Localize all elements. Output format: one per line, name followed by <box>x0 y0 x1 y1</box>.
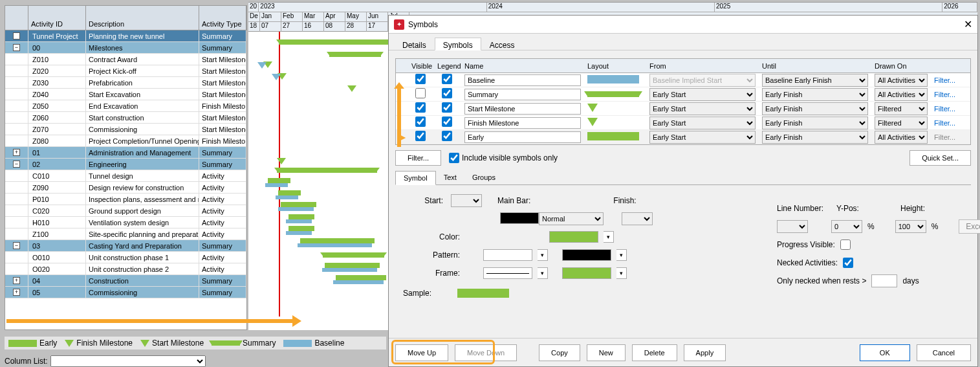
progress-visible-checkbox[interactable] <box>840 239 851 250</box>
pattern-picker-2-icon[interactable]: ▾ <box>616 249 627 261</box>
start-select[interactable] <box>451 194 482 207</box>
frame-picker-2-icon[interactable]: ▾ <box>616 267 627 279</box>
col-activity-type[interactable]: Activity Type <box>199 6 246 30</box>
expand-icon[interactable]: + <box>13 149 20 156</box>
symbol-row[interactable]: Early StartEarly FinishFilteredFilter... <box>396 102 970 116</box>
only-necked-input[interactable] <box>871 274 897 287</box>
necked-checkbox[interactable] <box>843 258 853 268</box>
table-row[interactable]: −00MilestonesSummary <box>5 42 246 54</box>
symbol-name-input[interactable] <box>464 131 581 143</box>
tab-access[interactable]: Access <box>481 38 523 50</box>
collapse-icon[interactable]: − <box>13 32 20 39</box>
table-row[interactable]: Z090Design review for constructionActivi… <box>5 182 246 194</box>
filter-link[interactable]: Filter... <box>934 76 955 84</box>
filter-link[interactable]: Filter... <box>934 119 955 127</box>
visible-checkbox[interactable] <box>415 88 426 98</box>
include-visible-checkbox[interactable] <box>449 153 459 163</box>
visible-checkbox[interactable] <box>415 74 426 84</box>
tab-symbols[interactable]: Symbols <box>435 38 481 50</box>
subtab-groups[interactable]: Groups <box>464 171 503 184</box>
collapse-icon[interactable]: − <box>13 44 20 51</box>
table-row[interactable]: Z060Start constructionStart Milestone <box>5 112 246 124</box>
table-row[interactable]: H010Ventilation system designActivity <box>5 217 246 228</box>
filter-button[interactable]: Filter... <box>395 150 441 166</box>
drawn-on-select[interactable]: Filtered <box>875 102 928 115</box>
table-row[interactable]: −03Casting Yard and PreparationSummary <box>5 240 246 252</box>
pattern-swatch-1[interactable] <box>483 249 532 261</box>
table-row[interactable]: −Tunnel ProjectPlanning the new tunnelSu… <box>5 30 246 42</box>
finish-select[interactable] <box>622 212 653 225</box>
visible-checkbox[interactable] <box>415 102 426 113</box>
collapse-icon[interactable]: − <box>13 161 20 168</box>
table-row[interactable]: Z050End ExcavationFinish Milestone <box>5 100 246 112</box>
delete-button[interactable]: Delete <box>632 344 677 361</box>
frame-swatch-1[interactable] <box>483 267 532 279</box>
col-description[interactable]: Description <box>86 6 199 30</box>
mainbar-select[interactable]: Normal <box>539 212 604 225</box>
from-select[interactable]: Early Start <box>649 102 756 115</box>
color-picker-icon[interactable]: ▾ <box>604 231 614 243</box>
linenum-select[interactable] <box>777 220 808 233</box>
table-row[interactable]: Z080Project Completion/Tunnel OpeningFin… <box>5 135 246 147</box>
table-row[interactable]: O010Unit construction phase 1Activity <box>5 252 246 263</box>
table-row[interactable]: +04ConstructionSummary <box>5 275 246 287</box>
legend-checkbox[interactable] <box>442 88 452 98</box>
column-list-select[interactable] <box>50 355 206 367</box>
drawn-on-select[interactable]: All Activities <box>875 88 928 101</box>
symbol-row[interactable]: Early StartEarly FinishFilteredFilter... <box>396 116 970 130</box>
collapse-icon[interactable]: − <box>13 242 20 249</box>
table-row[interactable]: P010Inspection plans, assessment and reA… <box>5 194 246 205</box>
symbol-row[interactable]: Baseline Implied StartBaseline Early Fin… <box>396 73 970 87</box>
table-row[interactable]: O020Unit construction phase 2Activity <box>5 263 246 275</box>
legend-checkbox[interactable] <box>442 131 452 141</box>
cancel-button[interactable]: Cancel <box>917 344 971 361</box>
subtab-symbol[interactable]: Symbol <box>395 171 436 185</box>
table-row[interactable]: Z070CommissioningStart Milestone <box>5 124 246 135</box>
until-select[interactable]: Baseline Early Finish <box>762 74 868 87</box>
move-up-button[interactable]: Move Up <box>395 344 448 361</box>
symbol-name-input[interactable] <box>464 74 581 86</box>
frame-picker-1-icon[interactable]: ▾ <box>538 267 548 279</box>
symbol-row[interactable]: ▶Early StartEarly FinishAll ActivitiesFi… <box>396 130 970 144</box>
filter-link[interactable]: Filter... <box>934 91 955 98</box>
symbol-row[interactable]: Early StartEarly FinishAll ActivitiesFil… <box>396 87 970 102</box>
tab-details[interactable]: Details <box>394 38 435 50</box>
expand-icon[interactable]: + <box>13 277 20 284</box>
grid-body[interactable]: −Tunnel ProjectPlanning the new tunnelSu… <box>5 30 246 298</box>
legend-checkbox[interactable] <box>442 74 452 84</box>
subtab-text[interactable]: Text <box>436 171 464 184</box>
drawn-on-select[interactable]: All Activities <box>875 131 928 144</box>
table-row[interactable]: +05CommissioningSummary <box>5 287 246 298</box>
visible-checkbox[interactable] <box>415 131 426 141</box>
table-row[interactable]: −02EngineeringSummary <box>5 159 246 170</box>
table-row[interactable]: Z100Site-specific planning and preparati… <box>5 228 246 240</box>
ypos-select[interactable]: 0 <box>831 220 862 233</box>
table-row[interactable]: C010Tunnel designActivity <box>5 170 246 182</box>
from-select[interactable]: Early Start <box>649 131 756 144</box>
drawn-on-select[interactable]: Filtered <box>875 117 928 129</box>
quick-set-button[interactable]: Quick Set... <box>909 150 971 166</box>
until-select[interactable]: Early Finish <box>762 131 868 144</box>
symbol-name-input[interactable] <box>464 117 581 129</box>
drawn-on-select[interactable]: All Activities <box>875 74 928 87</box>
legend-checkbox[interactable] <box>442 117 452 127</box>
apply-button[interactable]: Apply <box>684 344 726 361</box>
legend-checkbox[interactable] <box>442 102 452 113</box>
visible-checkbox[interactable] <box>415 117 426 127</box>
table-row[interactable]: C020Ground support designActivity <box>5 205 246 217</box>
from-select[interactable]: Early Start <box>649 88 756 101</box>
until-select[interactable]: Early Finish <box>762 117 868 129</box>
table-row[interactable]: +01Administration and ManagementSummary <box>5 147 246 159</box>
table-row[interactable]: Z010Contract AwardStart Milestone <box>5 54 246 65</box>
pattern-swatch-2[interactable] <box>562 249 611 261</box>
frame-swatch-2[interactable] <box>562 267 611 279</box>
mainbar-start-swatch[interactable] <box>500 212 539 224</box>
until-select[interactable]: Early Finish <box>762 102 868 115</box>
until-select[interactable]: Early Finish <box>762 88 868 101</box>
table-row[interactable]: Z030PrefabricationStart Milestone <box>5 77 246 89</box>
color-swatch[interactable] <box>549 231 598 243</box>
height-select[interactable]: 100 <box>895 220 926 233</box>
pattern-picker-1-icon[interactable]: ▾ <box>538 249 548 261</box>
table-row[interactable]: Z020Project Kick-offStart Milestone <box>5 65 246 77</box>
ok-button[interactable]: OK <box>860 344 910 361</box>
